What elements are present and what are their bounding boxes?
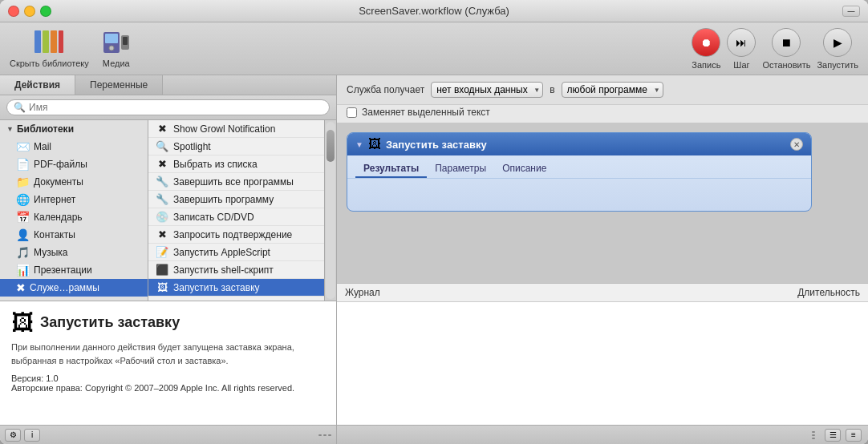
action-quit-app-label: Завершить программу: [173, 194, 274, 205]
right-panel: Служба получает нет входных данных ▼ в л…: [337, 75, 868, 444]
action-block-icon: 🖼: [368, 137, 381, 151]
sidebar-item-presentations[interactable]: 📊 Презентации: [0, 261, 148, 279]
info-button[interactable]: i: [24, 429, 40, 442]
drag-dot: [323, 434, 327, 436]
list-item[interactable]: 🔧 Завершить все программы: [148, 173, 324, 191]
confirm-icon: ✖: [155, 228, 169, 240]
sidebar-item-pdf[interactable]: 📄 PDF-файлы: [0, 155, 148, 173]
version-value: 1.0: [46, 373, 58, 383]
sidebar-item-calendar-label: Календарь: [34, 212, 83, 223]
titlebar: ScreenSaver.workflow (Служба) —: [0, 0, 868, 22]
action-spotlight-label: Spotlight: [173, 141, 211, 152]
list-item[interactable]: 🔧 Завершить программу: [148, 191, 324, 208]
sidebar-item-internet[interactable]: 🌐 Интернет: [0, 191, 148, 208]
sidebar-item-contacts[interactable]: 👤 Контакты: [0, 226, 148, 244]
list-view-button[interactable]: ☰: [825, 429, 841, 442]
close-button[interactable]: [8, 6, 19, 17]
tab-variables[interactable]: Переменные: [75, 75, 163, 95]
list-item[interactable]: ✖ Show Growl Notification: [148, 120, 324, 138]
svg-point-6: [109, 46, 114, 50]
library-sidebar: ▼ Библиотеки ✉️ Mail 📄 PDF-файлы 📁 Докум…: [0, 120, 148, 301]
duration-label: Длительность: [797, 287, 860, 298]
sidebar-item-music[interactable]: 🎵 Музыка: [0, 244, 148, 261]
hide-library-label: Скрыть библиотеку: [10, 59, 89, 68]
desc-meta: Версия: 1.0 Авторские права: Copyright ©…: [11, 373, 325, 393]
sidebar-item-mail[interactable]: ✉️ Mail: [0, 138, 148, 155]
media-button[interactable]: Медиа: [102, 30, 131, 68]
action-block-close-button[interactable]: ✕: [790, 138, 803, 151]
list-item[interactable]: ✖ Выбрать из списка: [148, 155, 324, 173]
resize-handle-area: [318, 434, 331, 436]
run-icon[interactable]: ▶: [823, 28, 852, 57]
list-item[interactable]: ⬛ Запустить shell-скрипт: [148, 261, 324, 279]
action-applescript-label: Запустить AppleScript: [173, 247, 270, 258]
action-block-header: ▼ 🖼 Запустить заставку ✕: [347, 133, 811, 155]
zoom-button[interactable]: [40, 6, 51, 17]
search-input[interactable]: [29, 102, 322, 113]
icon-view-button[interactable]: ≡: [846, 429, 862, 442]
sidebar-item-mail-label: Mail: [34, 141, 51, 152]
settings-button[interactable]: ⚙: [5, 429, 21, 442]
svg-rect-1: [43, 30, 49, 53]
presentations-icon: 📊: [16, 264, 30, 276]
action-block: ▼ 🖼 Запустить заставку ✕ Результаты Пара…: [347, 132, 812, 212]
media-label: Медиа: [103, 59, 130, 68]
action-block-tab-desc[interactable]: Описание: [494, 160, 554, 178]
sidebar-item-presentations-label: Презентации: [34, 264, 92, 276]
receives-select-wrapper: нет входных данных ▼: [431, 82, 543, 98]
library-header[interactable]: ▼ Библиотеки: [0, 120, 148, 138]
minimize-button[interactable]: [24, 6, 35, 17]
receives-select[interactable]: нет входных данных: [431, 82, 543, 98]
stop-button[interactable]: ⏹ Остановить: [762, 28, 810, 70]
log-header: Журнал Длительность: [337, 284, 868, 302]
in-select-wrapper: любой программе ▼: [562, 82, 663, 98]
run-label: Запустить: [817, 60, 858, 70]
scrollbar-track[interactable]: [326, 122, 335, 299]
action-quit-all-label: Завершить все программы: [173, 176, 294, 188]
main-window: ScreenSaver.workflow (Служба) — Скрыть б…: [0, 0, 868, 444]
calendar-icon: 📅: [16, 211, 30, 224]
list-item[interactable]: 📝 Запустить AppleScript: [148, 244, 324, 261]
list-item[interactable]: 💿 Записать CD/DVD: [148, 208, 324, 226]
list-item[interactable]: 🖼 Запустить заставку: [148, 279, 324, 297]
list-item[interactable]: ✖ Запросить подтверждение: [148, 226, 324, 244]
desc-header: 🖼 Запустить заставку: [11, 309, 325, 336]
copyright-label: Авторские права:: [11, 383, 83, 393]
window-resize[interactable]: —: [842, 5, 860, 17]
svg-rect-3: [59, 30, 63, 53]
action-block-tab-results[interactable]: Результаты: [355, 160, 427, 178]
library-triangle-icon: ▼: [6, 125, 14, 133]
list-item[interactable]: 🔍 Spotlight: [148, 138, 324, 155]
shell-icon: ⬛: [155, 264, 169, 276]
sidebar-item-docs[interactable]: 📁 Документы: [0, 173, 148, 191]
sidebar-item-calendar[interactable]: 📅 Календарь: [0, 208, 148, 226]
sidebar-item-utilities[interactable]: ✖ Служе…раммы: [0, 279, 148, 297]
replace-checkbox[interactable]: [347, 107, 357, 118]
music-icon: 🎵: [16, 246, 30, 259]
in-select[interactable]: любой программе: [562, 82, 663, 98]
record-icon[interactable]: ⏺: [692, 28, 720, 57]
svg-rect-5: [105, 34, 118, 43]
actions-scrollbar[interactable]: [324, 120, 336, 301]
sidebar-item-music-label: Музыка: [34, 247, 67, 258]
drag-dot-2: [812, 434, 815, 436]
utilities-icon: ✖: [16, 281, 26, 294]
run-button[interactable]: ▶ Запустить: [817, 28, 858, 70]
scrollbar-thumb[interactable]: [327, 130, 335, 162]
burn-cd-icon: 💿: [155, 211, 169, 223]
resize-button[interactable]: —: [842, 6, 860, 17]
hide-library-button[interactable]: Скрыть библиотеку: [10, 30, 89, 68]
copyright-value: Copyright © 2007–2009 Apple Inc. All rig…: [85, 383, 294, 393]
step-icon[interactable]: ⏭: [727, 28, 756, 57]
step-button[interactable]: ⏭ Шаг: [727, 28, 756, 70]
stop-icon[interactable]: ⏹: [772, 28, 801, 57]
tab-actions[interactable]: Действия: [0, 75, 75, 95]
action-block-tab-params[interactable]: Параметры: [427, 160, 494, 178]
growl-icon: ✖: [155, 123, 169, 135]
toolbar-right: ⏺ Запись ⏭ Шаг ⏹ Остановить ▶ Запустить: [692, 28, 858, 70]
toolbar-left: Скрыть библиотеку Медиа: [10, 30, 131, 68]
internet-icon: 🌐: [16, 193, 30, 206]
step-label: Шаг: [733, 60, 749, 70]
traffic-lights: [8, 6, 51, 17]
record-button[interactable]: ⏺ Запись: [692, 28, 720, 70]
